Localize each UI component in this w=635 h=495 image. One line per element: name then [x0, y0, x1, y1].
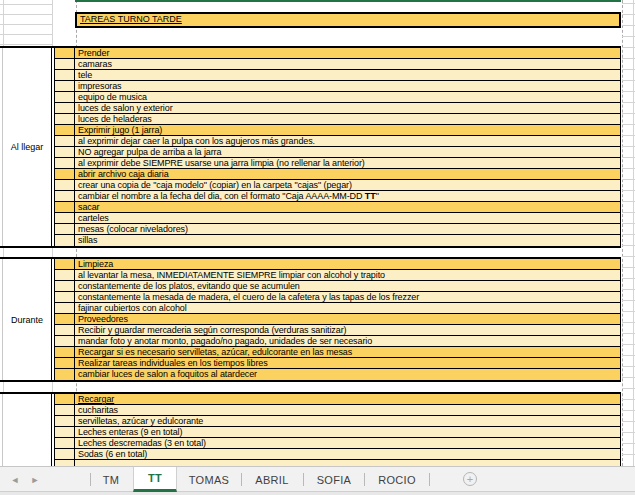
- task-text-cell[interactable]: Recargar si es necesario servilletas, az…: [75, 347, 620, 357]
- task-row[interactable]: impresoras: [55, 81, 620, 92]
- task-row[interactable]: camaras: [55, 59, 620, 70]
- sheet-tab-abril[interactable]: ABRIL: [243, 467, 301, 492]
- group-label-cell[interactable]: [2, 394, 52, 471]
- task-row[interactable]: crear una copia de "caja modelo" (copiar…: [55, 180, 620, 191]
- task-row[interactable]: Sodas (6 en total): [55, 449, 620, 460]
- task-row[interactable]: luces de salon y exterior: [55, 103, 620, 114]
- checkbox-cell[interactable]: [55, 158, 75, 168]
- task-text-cell[interactable]: fajinar cubiertos con alcohol: [75, 303, 620, 313]
- checkbox-cell[interactable]: [55, 213, 75, 223]
- task-row[interactable]: mesas (colocar niveladores): [55, 224, 620, 235]
- checkbox-cell[interactable]: [55, 59, 75, 69]
- checkbox-cell[interactable]: [55, 147, 75, 157]
- checkbox-cell[interactable]: [55, 191, 75, 201]
- task-row[interactable]: al exprimir dejar caer la pulpa con los …: [55, 136, 620, 147]
- task-row[interactable]: tele: [55, 70, 620, 81]
- checkbox-cell[interactable]: [55, 70, 75, 80]
- checkbox-cell[interactable]: [55, 224, 75, 234]
- task-row[interactable]: equipo de musica: [55, 92, 620, 103]
- checkbox-cell[interactable]: [55, 303, 75, 313]
- checkbox-cell[interactable]: [55, 202, 75, 212]
- task-row[interactable]: Leches enteras (9 en total): [55, 427, 620, 438]
- checkbox-cell[interactable]: [55, 449, 75, 459]
- checkbox-cell[interactable]: [55, 81, 75, 91]
- task-text-cell[interactable]: sillas: [75, 235, 620, 246]
- group-label-cell[interactable]: Durante: [2, 259, 52, 380]
- task-text-cell[interactable]: impresoras: [75, 81, 620, 91]
- task-text-cell[interactable]: crear una copia de "caja modelo" (copiar…: [75, 180, 620, 190]
- checkbox-cell[interactable]: [55, 92, 75, 102]
- task-text-cell[interactable]: cucharitas: [75, 405, 620, 415]
- checkbox-cell[interactable]: [55, 136, 75, 146]
- task-text-cell[interactable]: Recibir y guardar mercaderia según corre…: [75, 325, 620, 335]
- task-text-cell[interactable]: camaras: [75, 59, 620, 69]
- checkbox-cell[interactable]: [55, 125, 75, 135]
- checkbox-cell[interactable]: [55, 281, 75, 291]
- task-row[interactable]: servilletas, azúcar y edulcorante: [55, 416, 620, 427]
- task-row[interactable]: cambiar luces de salon a foquitos al ata…: [55, 369, 620, 380]
- task-row[interactable]: Realizar tareas individuales en los tiem…: [55, 358, 620, 369]
- task-text-cell[interactable]: Limpieza: [75, 259, 620, 269]
- task-text-cell[interactable]: mesas (colocar niveladores): [75, 224, 620, 234]
- task-text-cell[interactable]: sacar: [75, 202, 620, 212]
- prev-sheet-arrow-icon[interactable]: ◄: [8, 467, 22, 492]
- checkbox-cell[interactable]: [55, 358, 75, 368]
- add-sheet-button[interactable]: +: [463, 472, 477, 486]
- title-cell[interactable]: TAREAS TURNO TARDE: [75, 12, 621, 28]
- checkbox-cell[interactable]: [55, 438, 75, 448]
- checkbox-cell[interactable]: [55, 314, 75, 324]
- checkbox-cell[interactable]: [55, 48, 75, 58]
- checkbox-cell[interactable]: [55, 103, 75, 113]
- checkbox-cell[interactable]: [55, 169, 75, 179]
- task-row[interactable]: carteles: [55, 213, 620, 224]
- task-text-cell[interactable]: al levantar la mesa, INMEDIATAMENTE SIEM…: [75, 270, 620, 280]
- checkbox-cell[interactable]: [55, 180, 75, 190]
- checkbox-cell[interactable]: [55, 369, 75, 380]
- task-row[interactable]: NO agregar pulpa de arriba a la jarra: [55, 147, 620, 158]
- task-text-cell[interactable]: luces de heladeras: [75, 114, 620, 124]
- task-row[interactable]: al exprimir debe SIEMPRE usarse una jarr…: [55, 158, 620, 169]
- checkbox-cell[interactable]: [55, 235, 75, 246]
- task-row[interactable]: al levantar la mesa, INMEDIATAMENTE SIEM…: [55, 270, 620, 281]
- group-label-cell[interactable]: Al llegar: [2, 48, 52, 246]
- task-text-cell[interactable]: Exprimir jugo (1 jarra): [75, 125, 620, 135]
- checkbox-cell[interactable]: [55, 270, 75, 280]
- task-text-cell[interactable]: cambiar el nombre a la fecha del dia, co…: [75, 191, 620, 201]
- checkbox-cell[interactable]: [55, 427, 75, 437]
- task-row[interactable]: Recargar: [55, 394, 620, 405]
- task-row[interactable]: constantemente de los platos, evitando q…: [55, 281, 620, 292]
- sheet-tab-tm[interactable]: TM: [92, 467, 130, 492]
- task-text-cell[interactable]: equipo de musica: [75, 92, 620, 102]
- task-text-cell[interactable]: Leches enteras (9 en total): [75, 427, 620, 437]
- next-sheet-arrow-icon[interactable]: ►: [28, 467, 42, 492]
- task-text-cell[interactable]: Realizar tareas individuales en los tiem…: [75, 358, 620, 368]
- task-row[interactable]: Prender: [55, 48, 620, 59]
- task-text-cell[interactable]: luces de salon y exterior: [75, 103, 620, 113]
- task-text-cell[interactable]: constantemente la mesada de madera, el c…: [75, 292, 620, 302]
- task-row[interactable]: fajinar cubiertos con alcohol: [55, 303, 620, 314]
- task-row[interactable]: abrir archivo caja diaria: [55, 169, 620, 180]
- task-row[interactable]: Limpieza: [55, 259, 620, 270]
- task-row[interactable]: Recargar si es necesario servilletas, az…: [55, 347, 620, 358]
- task-text-cell[interactable]: Sodas (6 en total): [75, 449, 620, 459]
- task-text-cell[interactable]: Leches descremadas (3 en total): [75, 438, 620, 448]
- sheet-tab-rocio[interactable]: ROCIO: [367, 467, 427, 492]
- task-row[interactable]: sillas: [55, 235, 620, 246]
- task-text-cell[interactable]: al exprimir debe SIEMPRE usarse una jarr…: [75, 158, 620, 168]
- task-row[interactable]: sacar: [55, 202, 620, 213]
- checkbox-cell[interactable]: [55, 114, 75, 124]
- task-row[interactable]: mandar foto y anotar monto, pagado/no pa…: [55, 336, 620, 347]
- checkbox-cell[interactable]: [55, 292, 75, 302]
- task-text-cell[interactable]: al exprimir dejar caer la pulpa con los …: [75, 136, 620, 146]
- task-text-cell[interactable]: mandar foto y anotar monto, pagado/no pa…: [75, 336, 620, 346]
- task-text-cell[interactable]: cambiar luces de salon a foquitos al ata…: [75, 369, 620, 380]
- task-row[interactable]: constantemente la mesada de madera, el c…: [55, 292, 620, 303]
- task-row[interactable]: luces de heladeras: [55, 114, 620, 125]
- task-text-cell[interactable]: carteles: [75, 213, 620, 223]
- task-row[interactable]: Recibir y guardar mercaderia según corre…: [55, 325, 620, 336]
- task-text-cell[interactable]: NO agregar pulpa de arriba a la jarra: [75, 147, 620, 157]
- checkbox-cell[interactable]: [55, 416, 75, 426]
- task-text-cell[interactable]: abrir archivo caja diaria: [75, 169, 620, 179]
- sheet-tab-sofia[interactable]: SOFIA: [305, 467, 363, 492]
- task-row[interactable]: cambiar el nombre a la fecha del dia, co…: [55, 191, 620, 202]
